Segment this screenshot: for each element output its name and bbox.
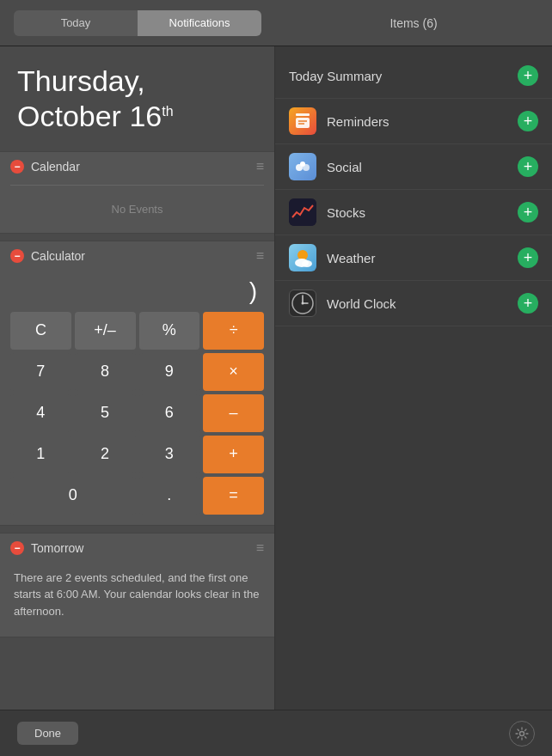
svg-point-15 — [520, 731, 524, 735]
item-row-weather[interactable]: Weather + — [275, 235, 552, 281]
calc-btn-plusminus[interactable]: +/– — [75, 312, 136, 350]
date-header: Thursday, October 16th — [0, 46, 274, 148]
tomorrow-menu-icon[interactable]: ≡ — [256, 540, 264, 556]
calc-btn-5[interactable]: 5 — [75, 394, 136, 432]
item-row-today-summary[interactable]: Today Summary + — [275, 53, 552, 99]
date-text: Thursday, October 16th — [17, 64, 257, 134]
calculator-remove-button[interactable]: − — [10, 249, 24, 263]
svg-point-10 — [302, 260, 312, 267]
weather-icon — [289, 244, 316, 271]
calc-btn-4[interactable]: 4 — [10, 394, 71, 432]
calculator-widget-header[interactable]: − Calculator ≡ — [0, 241, 274, 271]
calendar-remove-button[interactable]: − — [10, 160, 24, 174]
stocks-add-button[interactable]: + — [518, 202, 538, 223]
left-tabs: Today Notifications — [0, 0, 275, 46]
social-icon — [289, 153, 316, 180]
weather-add-button[interactable]: + — [518, 247, 538, 268]
calendar-divider — [10, 185, 264, 186]
stocks-icon — [289, 198, 316, 226]
tab-bar: Today Notifications Items (6) — [0, 0, 552, 46]
item-row-reminders[interactable]: Reminders + — [275, 99, 552, 144]
tomorrow-body: There are 2 events scheduled, and the fi… — [0, 563, 274, 637]
stocks-label: Stocks — [327, 205, 518, 220]
item-row-social[interactable]: Social + — [275, 144, 552, 190]
svg-point-14 — [302, 302, 304, 305]
calc-btn-c[interactable]: C — [10, 312, 71, 350]
calendar-widget: − Calendar ≡ No Events — [0, 151, 274, 234]
today-summary-add-button[interactable]: + — [518, 65, 538, 86]
tab-notifications[interactable]: Notifications — [138, 10, 261, 36]
svg-rect-0 — [296, 113, 310, 116]
today-summary-label: Today Summary — [289, 69, 518, 83]
tomorrow-widget: − Tomorrow ≡ There are 2 events schedule… — [0, 533, 274, 638]
calc-btn-percent[interactable]: % — [139, 312, 200, 350]
no-events-text: No Events — [10, 196, 264, 219]
reminders-icon — [289, 107, 316, 135]
calc-btn-divide[interactable]: ÷ — [203, 312, 264, 350]
weather-label: Weather — [327, 251, 518, 265]
calc-display-value: ) — [249, 277, 257, 304]
right-panel: Today Summary + Reminders + — [275, 46, 552, 710]
world-clock-label: World Clock — [327, 296, 518, 311]
svg-rect-1 — [296, 118, 310, 128]
calendar-widget-header[interactable]: − Calendar ≡ — [0, 152, 274, 181]
calc-btn-multiply[interactable]: × — [203, 353, 264, 391]
left-panel-spacer — [0, 641, 274, 710]
calculator-menu-icon[interactable]: ≡ — [256, 248, 264, 264]
date-month-day: October 16 — [17, 100, 162, 132]
calc-btn-2[interactable]: 2 — [75, 436, 136, 473]
items-list: Today Summary + Reminders + — [275, 46, 552, 333]
left-panel: Thursday, October 16th − Calendar ≡ No E… — [0, 46, 275, 710]
calendar-title: Calendar — [31, 160, 80, 174]
calc-btn-6[interactable]: 6 — [139, 394, 200, 432]
world-clock-icon — [289, 290, 316, 317]
calculator-body: ) C +/– % ÷ 7 8 9 × 4 5 6 – — [0, 271, 274, 525]
calc-btn-add[interactable]: + — [203, 436, 264, 473]
item-row-world-clock[interactable]: World Clock + — [275, 281, 552, 326]
calc-btn-decimal[interactable]: . — [139, 477, 200, 515]
calculator-header-left: − Calculator — [10, 249, 85, 263]
calculator-widget: − Calculator ≡ ) C +/– % ÷ 7 8 — [0, 241, 274, 526]
world-clock-add-button[interactable]: + — [518, 293, 538, 314]
tomorrow-widget-header[interactable]: − Tomorrow ≡ — [0, 533, 274, 563]
tomorrow-text: There are 2 events scheduled, and the fi… — [14, 571, 259, 618]
calc-btn-subtract[interactable]: – — [203, 394, 264, 432]
items-header: Items (6) — [275, 0, 552, 46]
calendar-header-left: − Calendar — [10, 160, 80, 174]
main-content: Thursday, October 16th − Calendar ≡ No E… — [0, 46, 552, 710]
calc-btn-1[interactable]: 1 — [10, 436, 71, 473]
calc-btn-9[interactable]: 9 — [139, 353, 200, 391]
reminders-label: Reminders — [327, 114, 518, 129]
svg-point-6 — [300, 162, 305, 167]
calc-btn-7[interactable]: 7 — [10, 353, 71, 391]
calc-btn-equals[interactable]: = — [203, 477, 264, 515]
done-button[interactable]: Done — [17, 722, 78, 745]
tomorrow-remove-button[interactable]: − — [10, 541, 24, 555]
calc-btn-3[interactable]: 3 — [139, 436, 200, 473]
calculator-title: Calculator — [31, 249, 85, 263]
calc-btn-8[interactable]: 8 — [75, 353, 136, 391]
tomorrow-title: Tomorrow — [31, 541, 83, 555]
tomorrow-header-left: − Tomorrow — [10, 541, 83, 555]
social-add-button[interactable]: + — [518, 156, 538, 177]
calendar-menu-icon[interactable]: ≡ — [256, 159, 264, 174]
date-day: Thursday, — [17, 64, 145, 97]
reminders-add-button[interactable]: + — [518, 111, 538, 131]
settings-icon[interactable] — [509, 721, 535, 747]
social-label: Social — [327, 160, 518, 174]
calendar-body: No Events — [0, 181, 274, 233]
calculator-grid: C +/– % ÷ 7 8 9 × 4 5 6 – 1 2 — [10, 312, 264, 515]
calculator-display: ) — [10, 274, 264, 312]
bottom-bar: Done — [0, 710, 552, 756]
calc-btn-0[interactable]: 0 — [10, 477, 136, 515]
tab-today[interactable]: Today — [14, 10, 138, 36]
date-suffix: th — [162, 103, 173, 118]
item-row-stocks[interactable]: Stocks + — [275, 190, 552, 235]
